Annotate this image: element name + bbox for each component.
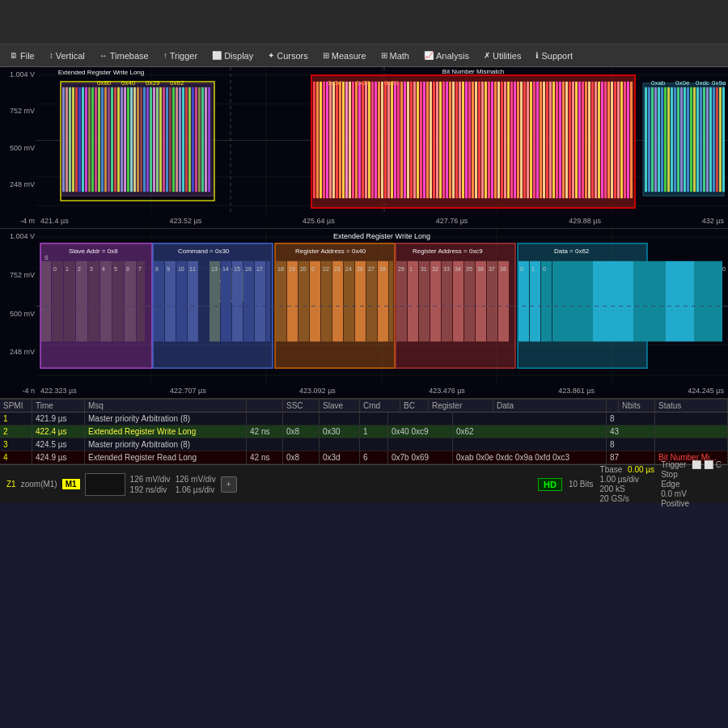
svg-text:S: S (44, 255, 49, 260)
svg-rect-90 (407, 82, 409, 198)
svg-text:Register Address = 0xc9: Register Address = 0xc9 (413, 248, 483, 255)
svg-rect-26 (104, 87, 107, 192)
svg-rect-34 (130, 87, 133, 192)
svg-text:5: 5 (114, 266, 117, 272)
svg-rect-140 (569, 82, 571, 198)
channel2-svg: Extended Register Write Long Slave Addr … (36, 229, 728, 383)
svg-text:0x0e: 0x0e (675, 79, 690, 87)
svg-rect-154 (614, 82, 616, 198)
svg-rect-179 (700, 87, 702, 192)
svg-rect-155 (617, 82, 620, 198)
svg-rect-104 (452, 82, 455, 198)
ch2-x-label-3: 423.476 µs (429, 387, 465, 395)
svg-rect-38 (143, 87, 146, 192)
svg-rect-238 (154, 261, 164, 341)
svg-rect-176 (690, 87, 692, 192)
svg-rect-220 (64, 261, 75, 341)
data-table: SPMI Time Msq SSC Slave Cmd BC Register … (0, 399, 728, 464)
channel1-waveform: Master priority Arb Master priority Arb … (36, 67, 728, 214)
x-label-5: 432 µs (702, 217, 724, 225)
display-icon: ⬜ (212, 51, 222, 60)
svg-text:Extended Register Write Long: Extended Register Write Long (333, 232, 430, 240)
svg-text:6: 6 (126, 266, 129, 272)
td-ssc-1 (247, 413, 283, 425)
svg-rect-292 (453, 261, 463, 341)
ch2-y-label-1: 752 mV (2, 271, 35, 279)
svg-rect-95 (423, 82, 425, 198)
menu-cursors[interactable]: ✦ Cursors (261, 49, 315, 62)
svg-text:35: 35 (466, 266, 472, 272)
channel2-view: 1.004 V 752 mV 500 mV 248 mV -4 n Extend… (0, 229, 728, 399)
svg-rect-186 (722, 87, 725, 192)
svg-rect-153 (611, 82, 613, 198)
menu-display[interactable]: ⬜ Display (205, 49, 260, 62)
svg-rect-127 (527, 82, 529, 198)
svg-rect-25 (101, 87, 104, 192)
channel2-waveform: Extended Register Write Long Slave Addr … (36, 229, 728, 383)
svg-text:1: 1 (531, 266, 535, 272)
svg-rect-152 (607, 82, 610, 198)
svg-rect-28 (111, 87, 113, 192)
td-ssc-2: 42 ns (247, 425, 283, 438)
ch2-x-label-0: 422.323 µs (40, 387, 77, 395)
svg-rect-79 (371, 82, 374, 198)
svg-rect-170 (671, 87, 673, 192)
x-label-0: 421.4 µs (40, 217, 69, 225)
svg-rect-312 (633, 261, 666, 341)
ch2-y-label-4: -4 n (2, 387, 35, 395)
td-slave-2: 0x8 (283, 425, 320, 438)
svg-rect-288 (430, 261, 441, 341)
svg-rect-111 (475, 82, 477, 198)
svg-rect-131 (540, 82, 542, 198)
add-channel-button[interactable]: + (221, 476, 237, 493)
svg-text:0x3d: 0x3d (328, 79, 341, 87)
trigger-icons: ⬜ ⬜ C (692, 460, 722, 469)
svg-rect-91 (410, 82, 413, 198)
svg-rect-147 (591, 82, 594, 198)
td-bc-1 (360, 413, 388, 425)
td-data-3 (453, 438, 607, 451)
table-row: 2 422.4 µs Extended Register Write Long … (0, 425, 728, 438)
svg-rect-119 (501, 82, 503, 198)
svg-text:17: 17 (256, 266, 263, 272)
svg-rect-20 (85, 87, 87, 192)
menu-timebase[interactable]: ↔ Timebase (93, 49, 155, 62)
menu-utilities[interactable]: ✗ Utilities (477, 49, 527, 62)
svg-rect-224 (88, 261, 99, 341)
svg-rect-168 (664, 87, 667, 192)
th-status: Status (655, 400, 728, 412)
menu-math[interactable]: ⊞ Math (375, 49, 416, 62)
svg-rect-13 (62, 87, 65, 192)
menu-measure[interactable]: ⊞ Measure (316, 49, 373, 62)
svg-rect-17 (75, 87, 78, 192)
svg-rect-142 (575, 82, 578, 198)
td-num-4: 4 (0, 451, 32, 463)
th-bc: BC (400, 400, 429, 412)
menu-support[interactable]: ℹ Support (529, 49, 579, 62)
svg-rect-66 (329, 82, 332, 198)
svg-rect-68 (336, 82, 338, 198)
ch2-y-label-3: 248 mV (2, 348, 35, 356)
svg-rect-19 (82, 87, 84, 192)
menu-file[interactable]: 🗎 File (3, 49, 41, 62)
channel-settings: 126 mV/div 192 ns/div (130, 475, 171, 494)
svg-text:18: 18 (277, 266, 284, 272)
svg-rect-112 (478, 82, 480, 198)
svg-rect-97 (430, 82, 432, 198)
menu-vertical[interactable]: ↕ Vertical (43, 49, 91, 62)
table-row: 4 424.9 µs Extended Register Read Long 4… (0, 451, 728, 464)
menu-trigger[interactable]: ↑ Trigger (157, 49, 204, 62)
svg-rect-162 (645, 87, 647, 192)
svg-rect-46 (169, 87, 171, 192)
channel2-y-axis: 1.004 V 752 mV 500 mV 248 mV -4 n (0, 229, 36, 398)
svg-rect-92 (413, 82, 416, 198)
x-label-3: 427.76 µs (436, 217, 468, 225)
ch-div-3: 126 mV/div (176, 475, 216, 484)
th-ssc: SSC (283, 400, 320, 412)
vertical-icon: ↕ (49, 51, 53, 60)
svg-rect-175 (687, 87, 689, 192)
zoom-z1-label: Z1 (6, 480, 16, 489)
svg-rect-42 (156, 87, 159, 192)
channel2-x-axis: 422.323 µs 422.707 µs 423.092 µs 423.476… (36, 383, 728, 398)
menu-analysis[interactable]: 📈 Analysis (417, 49, 476, 62)
